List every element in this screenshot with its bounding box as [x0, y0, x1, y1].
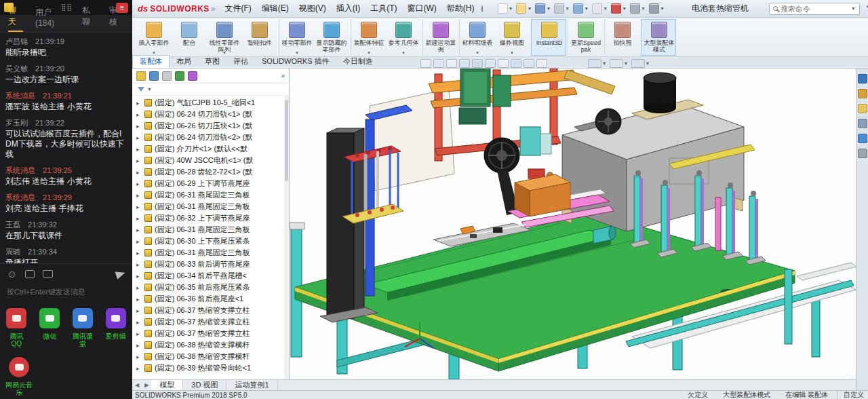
toolbar-icon[interactable] — [535, 3, 545, 14]
ribbon-button[interactable]: 配合 ▼ — [172, 19, 207, 56]
chevron-down-icon[interactable]: ▼ — [603, 6, 608, 11]
chat-input-hint[interactable]: 按Ctrl+Enter键发送消息 — [0, 284, 132, 301]
quick-access-item[interactable]: ▼ — [592, 3, 608, 14]
expand-arrow-icon[interactable]: ▸ — [136, 123, 142, 130]
command-tab[interactable]: 装配体 — [132, 55, 170, 68]
ribbon-button[interactable]: 材料明细表 ▼ — [459, 19, 494, 56]
feature-tree-item[interactable]: ▸ (固定) 06-29 上下调节燕尾座 — [132, 178, 289, 189]
display-icon[interactable] — [631, 59, 645, 68]
feature-tree-item[interactable]: ▸ (固定) 06-35 前后燕尾压紧条 — [132, 282, 289, 293]
menu-item[interactable]: 编辑(E) — [262, 3, 289, 14]
emoji-icon[interactable]: ☺ — [7, 268, 17, 280]
feature-tree-item[interactable]: ▸ (固定) 06-32 上下调节燕尾座 — [132, 212, 289, 224]
model-tab[interactable]: 运动算例1 — [226, 380, 277, 391]
feature-tree-item[interactable]: ▸ (固定) 06-28 齿轮2-72<1> (默 — [132, 166, 289, 178]
feature-tree-item[interactable]: ▸ (固定) 06-24 切刀滑轨<2> (默 — [132, 132, 289, 143]
chat-tab[interactable]: 聊天 — [8, 5, 23, 32]
task-pane-icon[interactable] — [858, 134, 867, 143]
expand-arrow-icon[interactable]: ▸ — [136, 261, 142, 268]
ribbon-button[interactable]: 插入零部件 ▼ — [136, 19, 172, 56]
chevron-down-icon[interactable]: ▼ — [546, 6, 551, 11]
expand-arrow-icon[interactable]: ▸ — [136, 146, 142, 153]
menu-item[interactable]: 视图(V) — [299, 3, 326, 14]
display-icon[interactable] — [610, 59, 623, 68]
expand-arrow-icon[interactable]: ▸ — [136, 238, 142, 245]
chat-tab[interactable]: 用户 (184) — [35, 7, 70, 32]
model-tab[interactable]: 模型 — [151, 380, 183, 391]
feature-tree-item[interactable]: ▸ (固定) 06-26 切刀压块<1> (默 — [132, 120, 289, 132]
feature-tree-item[interactable]: ▸ (固定) 06-38 热缩管支撑横杆 — [132, 339, 289, 351]
feature-tree-item[interactable]: ▸ (固定) 40W JSCC电机<1> (默 — [132, 155, 289, 166]
task-pane-icon[interactable] — [858, 74, 867, 83]
chat-username[interactable]: 周璐 — [5, 248, 20, 256]
ribbon-button[interactable]: 智能扣件 ▼ — [242, 19, 277, 56]
feature-tree-item[interactable]: ▸ (固定) 06-37 热缩管支撑立柱 — [132, 305, 289, 316]
task-pane-icon[interactable] — [858, 149, 867, 158]
expand-arrow-icon[interactable]: ▸ — [136, 180, 142, 187]
view-toolbar-icon[interactable] — [446, 59, 457, 68]
expand-arrow-icon[interactable]: ▸ — [136, 192, 142, 199]
command-search[interactable]: ▼ — [769, 3, 860, 15]
toolbar-icon[interactable] — [611, 3, 621, 14]
view-toolbar-icon[interactable] — [485, 59, 496, 68]
expand-arrow-icon[interactable]: ▸ — [136, 100, 142, 107]
feature-tree-item[interactable]: ▸ (固定) 介刀片<1> (默认<<默 — [132, 143, 289, 155]
chevron-down-icon[interactable]: ▼ — [602, 61, 607, 66]
quick-access-item[interactable]: ▼ — [516, 3, 532, 14]
toolbar-icon[interactable] — [630, 3, 640, 14]
expand-arrow-icon[interactable]: ▸ — [136, 250, 142, 256]
desktop-icon[interactable]: 腾讯课堂 — [72, 308, 94, 347]
chat-username[interactable]: 卢昌锦 — [5, 37, 28, 45]
chevron-down-icon[interactable]: ▼ — [624, 61, 629, 66]
command-tab[interactable]: 评估 — [226, 56, 255, 68]
menu-item[interactable]: 工具(T) — [370, 3, 397, 14]
task-pane-icon[interactable] — [858, 119, 867, 128]
quick-access-item[interactable]: ▼ — [611, 3, 627, 14]
ribbon-button[interactable]: 拍快照 ▼ — [604, 19, 639, 56]
chevron-down-icon[interactable]: ▼ — [147, 87, 152, 92]
chevron-down-icon[interactable]: ▼ — [851, 6, 856, 11]
desktop-icon[interactable]: 网易云音乐 — [5, 357, 33, 396]
expand-arrow-icon[interactable]: ▸ — [136, 330, 142, 337]
send-message-icon[interactable] — [115, 269, 126, 280]
feature-tree-item[interactable]: ▸ (固定) 06-31 燕尾固定三角板 — [132, 247, 289, 259]
logo-expand-icon[interactable]: » — [211, 4, 216, 14]
expand-arrow-icon[interactable]: ▸ — [136, 215, 142, 222]
expand-arrow-icon[interactable]: ▸ — [136, 157, 142, 164]
desktop-icon[interactable]: 腾讯QQ — [5, 308, 28, 347]
ribbon-button[interactable]: 装配体特征 ▼ — [351, 19, 386, 56]
view-toolbar-icon[interactable] — [433, 59, 444, 68]
tree-manager-icon[interactable] — [136, 71, 146, 81]
desktop-icon[interactable]: 爱剪辑 — [104, 308, 127, 347]
pin-menu-icon[interactable] — [481, 5, 483, 12]
chevron-down-icon[interactable]: ▼ — [527, 6, 532, 11]
tab-scroll-right-icon[interactable]: ▶ — [142, 382, 151, 388]
chevron-down-icon[interactable]: ▼ — [565, 6, 570, 11]
ribbon-button[interactable]: 线性零部件阵列 ▼ — [207, 19, 242, 56]
assembly-3d-view[interactable] — [290, 69, 856, 379]
chat-tab[interactable]: 私聊 — [82, 5, 97, 32]
command-tab[interactable]: 布局 — [170, 56, 198, 68]
chevron-down-icon[interactable]: ▼ — [584, 6, 589, 11]
chat-username[interactable]: 吴义敏 — [5, 64, 28, 73]
image-icon[interactable] — [25, 270, 35, 278]
feature-tree-item[interactable]: ▸ (固定) 06-34 前后平燕尾槽< — [132, 270, 289, 282]
toolbar-icon[interactable] — [592, 3, 602, 14]
chat-username[interactable]: 系统消息 — [5, 92, 35, 100]
chevron-down-icon[interactable]: ▼ — [475, 51, 479, 55]
chevron-down-icon[interactable]: ▼ — [660, 6, 665, 11]
tree-manager-icon[interactable] — [149, 71, 159, 81]
feature-tree-item[interactable]: ▸ (固定) 06-31 燕尾固定三角板 — [132, 189, 289, 201]
expand-arrow-icon[interactable]: ▸ — [136, 204, 142, 210]
feature-tree-item[interactable]: ▸ (固定) 06-24 切刀滑轨<1> (默 — [132, 109, 289, 120]
task-pane-icon[interactable] — [858, 104, 867, 113]
expand-arrow-icon[interactable]: ▸ — [136, 273, 142, 280]
status-customize[interactable]: 自定义 — [837, 390, 864, 399]
search-input[interactable] — [781, 5, 848, 13]
tab-scroll-left-icon[interactable]: ◀ — [132, 382, 142, 388]
quick-access-item[interactable]: ▼ — [554, 3, 570, 14]
chevron-down-icon[interactable]: ▼ — [622, 6, 627, 11]
ribbon-button[interactable]: 大型装配体模式 ▼ — [641, 19, 676, 56]
chat-username[interactable]: 系统消息 — [5, 166, 35, 174]
expand-arrow-icon[interactable]: ▸ — [136, 296, 142, 303]
